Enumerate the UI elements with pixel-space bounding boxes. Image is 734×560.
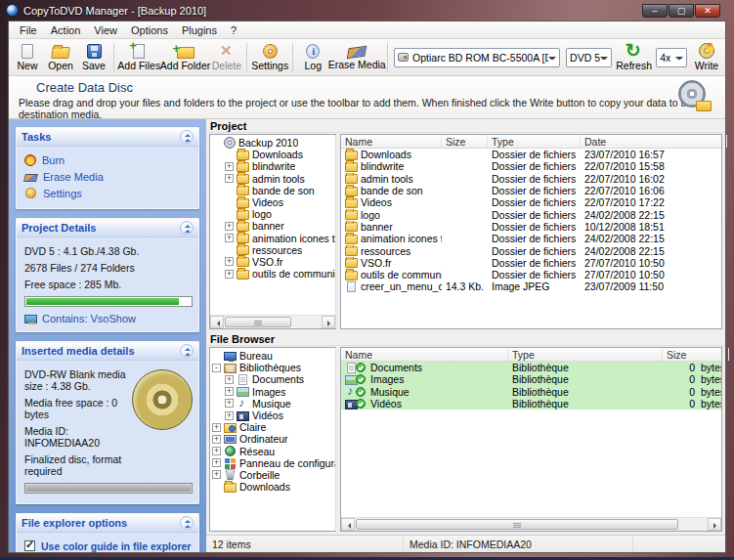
scroll-right-icon[interactable]	[322, 316, 335, 328]
column-header[interactable]: Name	[341, 135, 442, 148]
project-tree-hscrollbar[interactable]	[210, 315, 335, 328]
project-file-row[interactable]: admin tools Dossier de fichiers 22/07/20…	[341, 173, 721, 185]
collapse-chevron-icon[interactable]	[180, 221, 194, 235]
scroll-right-icon[interactable]	[708, 518, 721, 531]
contains-link[interactable]: Contains: VsoShow	[24, 310, 193, 324]
scroll-left-icon[interactable]	[210, 316, 224, 328]
menu-item[interactable]: View	[87, 22, 124, 38]
project-tree-item[interactable]: + outils de communication	[210, 268, 335, 280]
project-tree-item[interactable]: logo	[210, 208, 335, 220]
settings-button[interactable]: Settings	[250, 41, 289, 74]
menu-item[interactable]: Plugins	[175, 22, 224, 38]
project-tree-item[interactable]: + blindwrite	[210, 160, 335, 172]
project-file-row[interactable]: Downloads Dossier de fichiers 23/07/2010…	[341, 149, 721, 160]
erase-media-button[interactable]: Erase Media	[329, 41, 384, 74]
write-button[interactable]: Write	[690, 41, 723, 74]
task-link[interactable]: Erase Media	[24, 168, 193, 185]
project-tree-item[interactable]: + banner	[210, 220, 335, 232]
menu-item[interactable]: Options	[124, 22, 175, 38]
project-tree-item[interactable]: + VSO.fr	[210, 256, 335, 268]
tree-expander-icon[interactable]: +	[225, 174, 234, 183]
tree-expander-icon[interactable]: +	[212, 435, 221, 444]
browser-tree-item[interactable]: - Bibliothèques	[210, 362, 335, 373]
tree-expander-icon[interactable]: +	[212, 423, 221, 432]
tree-expander-icon[interactable]: +	[225, 411, 234, 420]
tree-expander-icon[interactable]: +	[225, 222, 234, 231]
tree-expander-icon[interactable]: +	[225, 399, 234, 408]
column-header[interactable]: Type	[508, 348, 663, 361]
log-button[interactable]: Log	[296, 41, 329, 74]
project-file-row[interactable]: VSO.fr Dossier de fichiers 27/07/2010 10…	[341, 257, 721, 269]
collapse-chevron-icon[interactable]	[180, 516, 194, 530]
tree-expander-icon[interactable]: +	[212, 470, 221, 479]
project-file-row[interactable]: outils de communica... Dossier de fichie…	[341, 269, 721, 280]
tree-expander-icon[interactable]: +	[225, 270, 234, 279]
project-tree-item[interactable]: Downloads	[210, 149, 335, 160]
open-button[interactable]: Open	[44, 41, 77, 74]
speed-select[interactable]: 4x	[656, 48, 687, 67]
tree-expander-icon[interactable]: +	[225, 257, 234, 266]
column-header[interactable]: Date	[581, 135, 727, 148]
save-button[interactable]: Save	[77, 41, 110, 74]
scroll-thumb[interactable]	[225, 317, 291, 327]
tree-expander-icon[interactable]: +	[225, 234, 234, 242]
close-button[interactable]	[695, 4, 720, 18]
tree-expander-icon[interactable]: +	[225, 375, 234, 384]
project-file-row[interactable]: animation icones tran... Dossier de fich…	[341, 233, 721, 244]
browser-tree-item[interactable]: + Réseau	[210, 446, 335, 457]
collapse-chevron-icon[interactable]	[180, 130, 194, 144]
media-type-select[interactable]: DVD 5	[566, 48, 612, 67]
new-button[interactable]: New	[11, 41, 44, 74]
column-header[interactable]: Type	[488, 135, 581, 148]
menu-item[interactable]: File	[13, 22, 44, 38]
minimize-button[interactable]	[642, 4, 668, 18]
column-header[interactable]: Size	[663, 348, 729, 361]
tree-expander-icon[interactable]: +	[225, 162, 234, 171]
browser-tree-item[interactable]: + Ordinateur	[210, 433, 335, 445]
tree-expander-icon[interactable]: +	[212, 458, 221, 467]
project-file-row[interactable]: banner Dossier de fichiers 10/12/2008 18…	[341, 221, 721, 233]
project-tree-item[interactable]: ressources	[210, 244, 335, 256]
task-link[interactable]: Settings	[24, 185, 193, 201]
column-header[interactable]: Date	[729, 348, 734, 361]
project-tree-item[interactable]: + admin tools	[210, 173, 335, 185]
project-file-row[interactable]: logo Dossier de fichiers 24/02/2008 22:1…	[341, 208, 721, 220]
add-files-button[interactable]: Add Files	[117, 41, 160, 74]
browser-tree-item[interactable]: Bureau	[210, 350, 335, 362]
project-tree-item[interactable]: bande de son	[210, 185, 335, 196]
scroll-thumb[interactable]	[356, 519, 678, 530]
browser-file-row[interactable]: Documents Bibliothèque 0 bytes	[341, 362, 721, 373]
browser-tree-item[interactable]: + Claire	[210, 421, 335, 433]
browser-tree-item[interactable]: + Musique	[210, 398, 335, 409]
project-file-row[interactable]: Videos Dossier de fichiers 22/07/2010 17…	[341, 196, 721, 208]
collapse-chevron-icon[interactable]	[180, 344, 194, 358]
browser-tree-item[interactable]: + Vidéos	[210, 409, 335, 421]
project-file-row[interactable]: creer_un_menu_dvd_... 14.3 Kb. Image JPE…	[341, 280, 721, 292]
file-browser-hscrollbar[interactable]	[341, 517, 721, 531]
browser-tree-item[interactable]: + Panneau de configuration	[210, 457, 335, 469]
project-file-row[interactable]: bande de son Dossier de fichiers 22/07/2…	[341, 185, 721, 196]
project-file-row[interactable]: ressources Dossier de fichiers 24/02/200…	[341, 244, 721, 256]
menu-item[interactable]: ?	[224, 22, 243, 38]
drive-select[interactable]: Optiarc BD ROM BC-5500A [D]	[394, 48, 560, 67]
tree-expander-icon[interactable]: -	[212, 364, 221, 372]
project-tree-item[interactable]: Backup 2010	[210, 137, 335, 149]
project-tree-item[interactable]: + animation icones transfert	[210, 233, 335, 244]
browser-tree-item[interactable]: + Corbeille	[210, 469, 335, 481]
browser-tree-item[interactable]: + Documents	[210, 373, 335, 385]
tree-expander-icon[interactable]: +	[225, 387, 234, 396]
browser-file-row[interactable]: Images Bibliothèque 0 bytes	[341, 373, 721, 385]
tree-expander-icon[interactable]: +	[212, 447, 221, 455]
browser-file-row[interactable]: Musique Bibliothèque 0 bytes	[341, 386, 721, 398]
add-folder-button[interactable]: Add Folder	[160, 41, 209, 74]
maximize-button[interactable]	[669, 4, 694, 18]
project-file-row[interactable]: blindwrite Dossier de fichiers 22/07/201…	[341, 160, 721, 172]
scroll-left-icon[interactable]	[341, 518, 355, 531]
refresh-button[interactable]: Refresh	[615, 41, 653, 74]
browser-file-row[interactable]: Vidéos Bibliothèque 0 bytes	[341, 398, 721, 409]
task-link[interactable]: Burn	[24, 151, 193, 168]
checkbox[interactable]	[24, 540, 35, 551]
project-tree-item[interactable]: Videos	[210, 196, 335, 208]
column-header[interactable]: Name	[341, 348, 508, 361]
menu-item[interactable]: Action	[44, 22, 88, 38]
